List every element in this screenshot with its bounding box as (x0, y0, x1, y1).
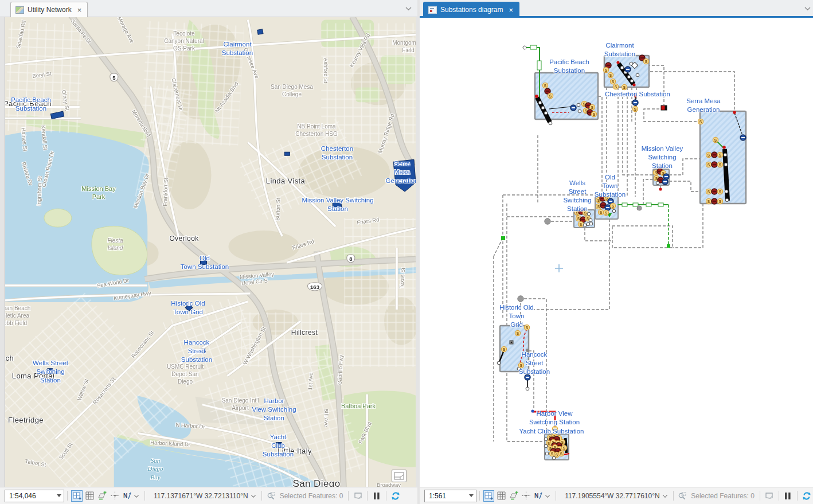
scale-select[interactable]: 1:561 (424, 490, 476, 502)
refresh-icon[interactable] (801, 490, 812, 502)
tab-substations-diagram[interactable]: Substations diagram × (423, 2, 519, 17)
diagram-label: Hancock Street Substation (519, 350, 550, 376)
map-poi-label: USMC Recruit Depot San Diego (167, 363, 204, 385)
diagram-label: Pacific Beach Substation (549, 58, 589, 75)
overview-icon[interactable] (392, 470, 406, 482)
map-substation-label: Hancock Street Substation (181, 338, 212, 364)
map-street-label: Friars Rd (292, 238, 315, 252)
diagram-tab-icon (428, 6, 437, 14)
map-street-label: Hotel Cir S (241, 277, 268, 287)
diagram-devices[interactable] (497, 46, 746, 460)
close-icon[interactable]: × (76, 6, 83, 14)
basemap (5, 17, 416, 487)
right-tabbar: Substations diagram × (420, 0, 813, 17)
map-street-labels: Soledad RdSanta Fe StMoraga AveBeryl StC… (5, 17, 416, 487)
map-street-label: Clairemont Dr (170, 77, 185, 112)
map-street-label: Ashford St (322, 58, 329, 83)
scale-select[interactable]: 1:54,046 (5, 490, 64, 502)
dropdown-caret-icon (57, 494, 61, 497)
map-place-label: Fleetridge (8, 416, 44, 425)
map-street-label: Genesee Ave (242, 46, 261, 79)
map-substation-label: Mission Valley Switching Station (302, 196, 373, 213)
diagram-label: Harbor View Switching Station (529, 409, 580, 427)
map-substation-label: Yacht Club Substation (263, 433, 294, 459)
route-shield: 163 (307, 283, 322, 291)
map-street-label: Park Blvd (357, 421, 373, 445)
map-street-label: N Harbor Dr (175, 421, 205, 431)
map-substation-label: Harbor View Switching Station (252, 397, 296, 423)
map-poi-label: Montgomery Field (392, 39, 416, 54)
close-icon[interactable]: × (507, 6, 514, 14)
pause-icon[interactable] (783, 490, 794, 502)
grid-icon[interactable] (84, 490, 95, 502)
select-tool-icon[interactable] (352, 490, 363, 502)
chevron-down-icon[interactable] (406, 5, 412, 10)
diagram-view-pane: Substations diagram × S (420, 0, 813, 504)
map-street-label: Haines St (19, 127, 29, 151)
coordinates-readout[interactable]: 117.1371671°W 32.7213110°N (154, 492, 248, 500)
map-poi-label: Balboa Park (341, 402, 376, 410)
map-substation-label: Historic Old Town Grid (171, 299, 205, 317)
tab-utility-network[interactable]: Utility Network × (10, 2, 88, 17)
map-substation-label: Pacific Beach Substation (11, 96, 51, 113)
select-tool-icon[interactable] (764, 490, 775, 502)
chevron-down-icon[interactable] (662, 493, 667, 497)
map-street-label: Talbot St (25, 458, 47, 469)
pause-icon[interactable] (371, 490, 382, 502)
map-substation-label: Chesterton Substation (321, 144, 353, 162)
map-frame-icon[interactable] (71, 490, 83, 502)
chevron-down-icon[interactable] (251, 493, 255, 497)
chevron-down-icon[interactable] (134, 493, 139, 497)
red-accents (519, 112, 742, 455)
layout-edit-icon[interactable] (96, 490, 108, 502)
selected-features-label: Selected Features: 0 (691, 492, 755, 500)
map-street-label: Murray Ridge Rd (377, 113, 396, 154)
north-arrow-icon[interactable]: N (122, 490, 133, 502)
roads (5, 20, 416, 487)
grid-icon[interactable] (495, 490, 507, 502)
diagram-label: Mission Valley Switching Station (642, 144, 683, 170)
road-casing (5, 20, 416, 487)
scale-value: 1:561 (429, 492, 446, 500)
chevron-down-icon[interactable] (545, 493, 550, 497)
crosshair-icon[interactable] (109, 490, 120, 502)
crosshair-icon[interactable] (521, 490, 532, 502)
map-street-label: Texas St (398, 267, 406, 288)
map-street-label: Mt Acadia Blvd (214, 81, 240, 115)
map-street-label: Ingraham St (36, 176, 44, 206)
street-grid (5, 21, 416, 487)
map-street-label: Moraga Ave (116, 17, 136, 44)
diagram-label: Historic Old Town Grid (499, 303, 533, 329)
map-canvas[interactable]: Tecolote Canyon Natural OS ParkSan Diego… (5, 17, 416, 487)
park-areas (26, 20, 416, 467)
freeway-casing (69, 17, 416, 487)
map-place-label: Little Italy (277, 447, 312, 456)
map-route-shields: 58163 (5, 17, 416, 487)
tab-title: Utility Network (28, 6, 72, 14)
map-street-label: Sea World Dr (96, 277, 130, 290)
diagram-label: Yacht Club Substation (519, 427, 584, 436)
map-place-label: Linda Vista (266, 177, 306, 186)
select-zoom-icon (265, 490, 277, 502)
map-view-pane: Utility Network × (0, 0, 417, 504)
refresh-icon[interactable] (390, 490, 401, 502)
select-zoom-icon (677, 490, 689, 502)
coordinates-readout[interactable]: 117.1905554°W 32.7717610°N (565, 492, 660, 500)
layout-edit-icon[interactable] (508, 490, 519, 502)
dropdown-caret-icon (469, 494, 474, 497)
map-frame-icon[interactable] (483, 490, 495, 502)
scale-value: 1:54,046 (9, 492, 36, 500)
substation-containers[interactable] (500, 56, 746, 460)
chevron-down-icon[interactable] (805, 5, 811, 10)
route-shield: 8 (346, 255, 355, 263)
map-poi-label: San Diego Mesa College (271, 83, 313, 98)
map-poi-label: Fiesta Island (107, 237, 123, 252)
map-street-label: 1st Ave (307, 372, 314, 390)
north-arrow-icon[interactable]: N (533, 490, 545, 502)
map-street-label: Riviera Dr (20, 161, 34, 186)
diagram-canvas[interactable]: S (420, 18, 813, 487)
diagram-graphics: S (420, 18, 813, 487)
map-street-label: Mission Bay Dr (132, 173, 151, 209)
map-street-label: Olney St (60, 89, 71, 111)
map-poi-label: San Diego Int'l Airport (222, 397, 259, 412)
